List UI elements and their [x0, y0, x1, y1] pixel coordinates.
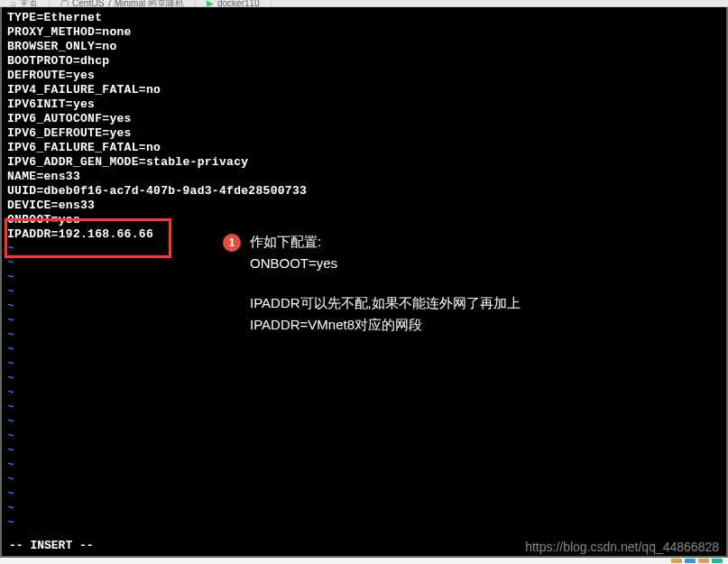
- tilde-line: ~: [7, 372, 14, 385]
- status-icon: [685, 559, 696, 563]
- config-line: IPV6_FAILURE_FATAL=no: [7, 141, 161, 154]
- tilde-line: ~: [7, 487, 14, 501]
- tilde-line: ~: [7, 314, 14, 328]
- config-line: TYPE=Ethernet: [7, 11, 102, 24]
- vim-mode-indicator: -- INSERT --: [9, 539, 94, 552]
- status-bar: [0, 558, 728, 564]
- tilde-line: ~: [7, 271, 14, 284]
- annotation-text-block1: 作如下配置: ONBOOT=yes: [250, 231, 337, 274]
- play-icon: ▶: [207, 0, 214, 7]
- tilde-line: ~: [7, 415, 14, 429]
- tab-home[interactable]: ⌂ 主页: [0, 0, 50, 6]
- tilde-line: ~: [7, 242, 14, 255]
- config-line: BROWSER_ONLY=no: [7, 40, 117, 53]
- tilde-line: ~: [7, 458, 14, 472]
- config-line: BOOTPROTO=dhcp: [7, 54, 109, 68]
- tilde-line: ~: [7, 357, 14, 371]
- status-icon: [671, 559, 682, 563]
- annotation-badge: 1: [223, 234, 241, 252]
- tilde-line: ~: [7, 444, 14, 458]
- config-line: IPADDR=192.168.66.66: [7, 227, 153, 241]
- tab-label: CentOS 7 Minimal 的克隆机: [72, 0, 184, 7]
- status-icon: [712, 559, 723, 563]
- tilde-line: ~: [7, 300, 14, 313]
- tab-label: 主页: [20, 0, 38, 7]
- badge-number: 1: [229, 236, 235, 249]
- config-line: ONBOOT=yes: [7, 213, 80, 227]
- vm-icon: ▢: [60, 0, 69, 7]
- config-line: PROXY_METHOD=none: [7, 25, 132, 39]
- annotation-line: ONBOOT=yes: [250, 253, 337, 274]
- annotation-text-block2: IPADDR可以先不配,如果不能连外网了再加上 IPADDR=VMnet8对应的…: [250, 292, 521, 336]
- config-line: IPV6_AUTOCONF=yes: [7, 112, 132, 125]
- tab-centos[interactable]: ▢ CentOS 7 Minimal 的克隆机: [50, 0, 196, 6]
- config-line: IPV6INIT=yes: [7, 97, 95, 111]
- tilde-line: ~: [7, 430, 14, 443]
- config-line: IPV4_FAILURE_FATAL=no: [7, 83, 161, 97]
- terminal-container: TYPE=Ethernet PROXY_METHOD=none BROWSER_…: [0, 7, 728, 558]
- status-icon: [698, 559, 709, 563]
- watermark: https://blog.csdn.net/qq_44866828: [525, 540, 719, 554]
- config-line: UUID=dbeb0f16-ac7d-407b-9ad3-4fde2850073…: [7, 184, 307, 198]
- terminal-output[interactable]: TYPE=Ethernet PROXY_METHOD=none BROWSER_…: [2, 7, 726, 534]
- tab-docker[interactable]: ▶ docker110: [196, 0, 272, 6]
- config-line: NAME=ens33: [7, 170, 80, 183]
- tilde-line: ~: [7, 473, 14, 486]
- config-line: IPV6_ADDR_GEN_MODE=stable-privacy: [7, 155, 248, 169]
- tilde-line: ~: [7, 328, 14, 342]
- annotation-line: IPADDR=VMnet8对应的网段: [250, 314, 521, 336]
- tilde-line: ~: [7, 401, 14, 414]
- home-icon: ⌂: [11, 0, 16, 7]
- config-line: IPV6_DEFROUTE=yes: [7, 126, 132, 140]
- tab-bar: ⌂ 主页 ▢ CentOS 7 Minimal 的克隆机 ▶ docker110: [0, 0, 728, 7]
- tilde-line: ~: [7, 343, 14, 356]
- annotation-line: 作如下配置:: [250, 231, 337, 253]
- annotation-line: IPADDR可以先不配,如果不能连外网了再加上: [250, 292, 521, 314]
- tilde-line: ~: [7, 386, 14, 400]
- config-line: DEFROUTE=yes: [7, 69, 95, 82]
- tilde-line: ~: [7, 502, 14, 515]
- config-line: DEVICE=ens33: [7, 199, 95, 212]
- tilde-line: ~: [7, 516, 14, 530]
- tilde-line: ~: [7, 285, 14, 299]
- tilde-line: ~: [7, 256, 14, 270]
- tab-label: docker110: [217, 0, 260, 7]
